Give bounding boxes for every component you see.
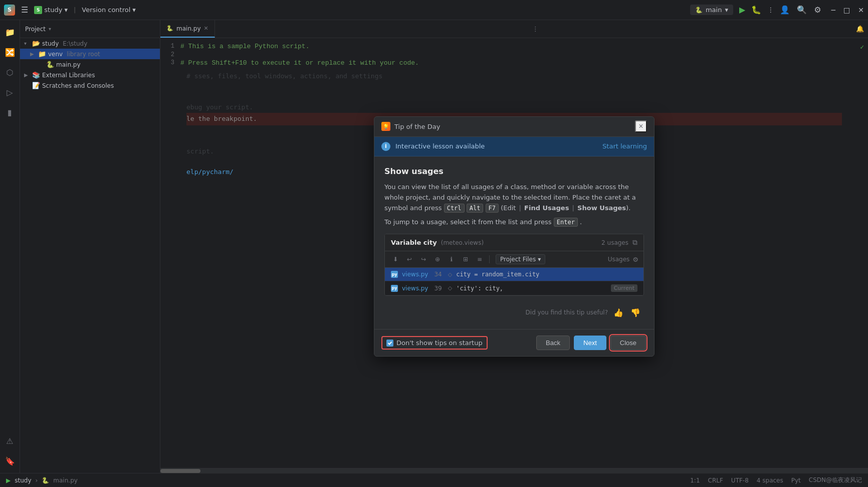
tree-item-study[interactable]: ▾ 📂 study E:\study [20,38,160,49]
git-icon[interactable]: 🔀 [2,44,18,60]
study-label: study [42,40,59,47]
run-config-name: main [706,6,722,14]
statusbar-indent[interactable]: 4 spaces [757,477,783,484]
expand-venv[interactable]: ▶ [30,51,36,57]
expand-study[interactable]: ▾ [24,41,30,46]
usage-current-badge: Current [611,284,637,292]
dialog-body: Show usages You can view the list of all… [374,156,654,329]
usage-panel: Variable city (meteo.views) 2 usages ⧉ ⬇… [384,234,644,296]
run-config-selector[interactable]: 🐍 main ▾ [690,5,733,15]
statusbar-filepath[interactable]: main.py [53,477,78,484]
back-button[interactable]: Back [536,336,570,350]
usage-code-2: 'city': city, [456,285,503,292]
statusbar-language[interactable]: Pyt [791,477,801,484]
tree-item-scratches[interactable]: 📝 Scratches and Consoles [20,80,160,91]
ext-libs-icon: 📚 [32,71,40,79]
toolbar-btn-4[interactable]: ⊕ [432,254,443,265]
usage-row-2[interactable]: py views.py 39 ◇ 'city': city, Current [385,281,643,295]
toolbar-btn-1[interactable]: ⬇ [390,254,401,265]
info-banner: i Interactive lesson available Start lea… [374,137,654,156]
start-learning-link[interactable]: Start learning [602,142,647,150]
copy-icon[interactable]: ⧉ [632,238,637,247]
app-logo: S [4,5,15,16]
minimize-button[interactable]: ─ [831,6,835,14]
usage-count: 2 usages [601,239,628,246]
dont-show-checkbox[interactable] [386,340,393,347]
run-more-button[interactable]: ⋮ [767,6,774,14]
search-icon[interactable]: 🔍 [797,5,807,15]
py-file-icon: 🐍 [46,61,54,68]
venv-folder-icon: 📁 [38,50,46,58]
statusbar-left: ▶ study › 🐍 main.py [6,477,78,484]
close-dialog-button[interactable]: Close [610,336,646,350]
feedback-row: Did you find this tip useful? 👍 👎 [384,302,644,321]
terminal-icon[interactable]: ▮ [2,104,18,120]
usage-header: Variable city (meteo.views) 2 usages ⧉ [385,234,643,251]
kbd-f7: F7 [486,204,499,213]
run-button[interactable]: ▶ [739,5,745,15]
statusbar-right: 1:1 CRLF UTF-8 4 spaces Pyt CSDN@临夜凌风记 [690,476,862,484]
toolbar-btn-2[interactable]: ↩ [404,254,415,265]
sidebar-icons: 📁 🔀 ⬡ ▷ ▮ ⚠ 🔖 [0,20,20,473]
problems-icon[interactable]: ⚠ [2,433,18,449]
tree-item-ext-libs[interactable]: ▶ 📚 External Libraries [20,70,160,80]
usage-code-1: city = random_item.city [456,271,539,278]
project-view-icon[interactable]: 📁 [2,24,18,40]
kbd-ctrl: Ctrl [444,204,465,213]
project-selector[interactable]: S study ▾ [34,6,68,14]
statusbar-position[interactable]: 1:1 [690,477,700,484]
banner-text: Interactive lesson available [395,142,597,150]
footer-buttons: Back Next Close [536,336,646,350]
dialog-close-button[interactable]: × [635,120,647,132]
dialog-overlay: 💡 Tip of the Day × i Interactive lesson … [160,20,868,473]
statusbar-lineending[interactable]: CRLF [708,477,723,484]
thumbup-button[interactable]: 👍 [612,306,625,319]
toolbar-btn-3[interactable]: ↪ [418,254,429,265]
maximize-button[interactable]: □ [843,6,850,14]
debug-button[interactable]: 🐛 [751,5,761,15]
statusbar-encoding[interactable]: UTF-8 [731,477,749,484]
vc-selector[interactable]: Version control ▾ [82,6,136,14]
close-button[interactable]: ✕ [858,6,864,14]
expand-ext[interactable]: ▶ [24,72,30,78]
run-config-dropdown-icon: ▾ [725,6,728,14]
toolbar-btn-5[interactable]: ℹ [446,254,457,265]
next-button[interactable]: Next [574,336,606,350]
toolbar-btn-6[interactable]: ⊞ [460,254,471,265]
dont-show-label[interactable]: Don't show tips on startup [396,339,483,347]
project-icon: S [34,6,42,14]
toolbar-gear-icon[interactable]: ⚙ [632,256,638,263]
project-files-dropdown[interactable]: Project Files ▾ [496,254,545,264]
settings-icon[interactable]: ⚙ [814,5,821,15]
dont-show-checkbox-wrap: Don't show tips on startup [382,337,487,349]
scratches-label: Scratches and Consoles [42,82,114,89]
usage-toolbar: ⬇ ↩ ↪ ⊕ ℹ ⊞ ≡ Project Files ▾ [385,251,643,268]
window-controls: ─ □ ✕ [831,6,864,14]
tree-item-mainpy[interactable]: 🐍 main.py [20,59,160,70]
layers-icon[interactable]: ⬡ [2,64,18,80]
statusbar-branch[interactable]: study [15,477,31,484]
vc-dropdown-icon: ▾ [132,6,136,14]
usage-var-context: (meteo.views) [441,239,484,246]
profile-icon[interactable]: 👤 [780,5,790,15]
usage-row-1[interactable]: py views.py 34 ◇ city = random_item.city [385,268,643,281]
play-icon[interactable]: ▷ [2,84,18,100]
main-layout: 📁 🔀 ⬡ ▷ ▮ ⚠ 🔖 Project ▾ ▾ 📂 study E:\stu… [0,20,868,473]
editor-area: 🐍 main.py ✕ ⋮ 🔔 1 # This is a sample Pyt… [160,20,868,473]
run-config-py-icon: 🐍 [695,7,703,14]
scratches-icon: 📝 [32,82,40,89]
thumbdown-button[interactable]: 👎 [629,306,642,319]
statusbar-py-icon: 🐍 [42,477,49,484]
toolbar-icons: 👤 🔍 ⚙ [780,5,821,15]
tip-heading: Show usages [384,167,644,176]
usage-file-1: views.py [402,271,428,278]
bookmarks-icon[interactable]: 🔖 [2,453,18,469]
hamburger-menu[interactable]: ☰ [19,3,30,17]
project-panel: Project ▾ ▾ 📂 study E:\study ▶ 📁 venv li… [20,20,160,473]
study-path: E:\study [63,40,87,47]
folder-icon: 📂 [32,40,40,47]
toolbar-btn-7[interactable]: ≡ [474,254,485,265]
tree-item-venv[interactable]: ▶ 📁 venv library root [20,49,160,59]
titlebar-right: 🐍 main ▾ ▶ 🐛 ⋮ 👤 🔍 ⚙ ─ □ ✕ [690,5,864,15]
usages-label: Usages [608,256,630,263]
